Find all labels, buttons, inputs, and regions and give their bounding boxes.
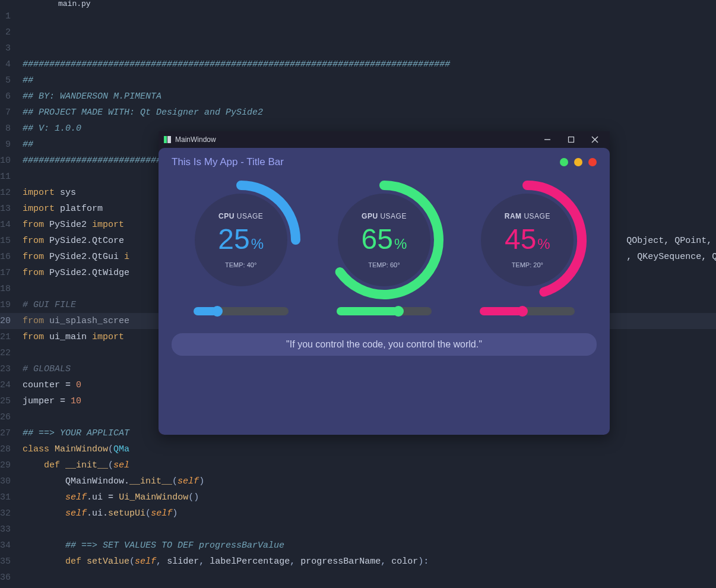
line-number: 31 (0, 489, 11, 505)
gauge-value: 45% (505, 223, 550, 255)
line-number: 16 (0, 249, 11, 265)
code-line[interactable]: ## (23, 72, 716, 88)
line-number: 7 (0, 105, 11, 121)
line-number: 17 (0, 265, 11, 281)
window-titlebar[interactable]: MainWindow (159, 131, 610, 148)
gauge-temp: TEMP: 20° (512, 261, 543, 268)
gauge-value: 25% (218, 223, 264, 255)
line-number: 3 (0, 40, 11, 56)
gauge-temp: TEMP: 40° (225, 261, 256, 268)
line-number: 27 (0, 425, 11, 441)
code-line[interactable]: def __init__(sel (23, 457, 716, 473)
app-icon (163, 135, 172, 144)
line-number: 11 (0, 169, 11, 185)
editor-tabbar: main.py (0, 0, 716, 8)
slider-ram[interactable] (480, 307, 575, 315)
code-line[interactable] (23, 521, 716, 538)
gauge-ring: CPU USAGE 25% TEMP: 40° (179, 178, 303, 302)
svg-rect-0 (164, 136, 167, 143)
line-number: 6 (0, 88, 11, 105)
app-title-bar: This Is My App - Title Bar (172, 156, 284, 168)
svg-rect-1 (167, 136, 171, 143)
gauges-row: CPU USAGE 25% TEMP: 40° GPU USAGE 65% TE… (159, 172, 610, 302)
line-number-gutter: 1234567891011121314151617181920212223242… (0, 8, 23, 588)
line-number: 32 (0, 505, 11, 521)
gauge-label: CPU USAGE (218, 212, 263, 220)
gauge-cpu: CPU USAGE 25% TEMP: 40° (173, 178, 309, 302)
slider-cpu[interactable] (194, 307, 289, 315)
line-number: 30 (0, 473, 11, 489)
app-body: This Is My App - Title Bar CPU USAGE 25%… (159, 148, 610, 435)
gauge-label: RAM USAGE (505, 212, 550, 220)
line-number: 2 (0, 24, 11, 40)
gauge-temp: TEMP: 60° (368, 261, 400, 268)
gauge-value: 65% (362, 223, 407, 255)
line-number: 24 (0, 377, 11, 393)
gauge-gpu: GPU USAGE 65% TEMP: 60° (316, 178, 452, 302)
code-line[interactable]: class MainWindow(QMa (23, 441, 716, 457)
line-number: 33 (0, 521, 11, 538)
line-number: 26 (0, 409, 11, 425)
slider-thumb[interactable] (517, 306, 528, 317)
svg-rect-3 (569, 137, 574, 143)
code-line[interactable]: ## PROJECT MADE WITH: Qt Designer and Py… (23, 105, 716, 121)
gauge-ring: GPU USAGE 65% TEMP: 60° (322, 178, 446, 302)
code-line[interactable]: ## ==> SET VALUES TO DEF progressBarValu… (23, 538, 716, 554)
close-button[interactable] (585, 131, 605, 148)
sliders-row (159, 302, 610, 315)
gauge-face: RAM USAGE 45% TEMP: 20° (481, 194, 574, 286)
line-number: 23 (0, 361, 11, 377)
line-number: 13 (0, 201, 11, 217)
window-title: MainWindow (175, 135, 216, 144)
code-line[interactable] (23, 570, 716, 586)
gauge-ram: RAM USAGE 45% TEMP: 20° (459, 178, 595, 302)
code-line[interactable]: # GET SLIDER VALUE (23, 586, 716, 588)
line-number: 15 (0, 233, 11, 249)
gauge-face: CPU USAGE 25% TEMP: 40° (195, 194, 287, 286)
traffic-green-icon[interactable] (560, 158, 568, 166)
minimize-button[interactable] (537, 131, 557, 148)
line-number: 36 (0, 570, 11, 586)
line-number: 21 (0, 329, 11, 345)
code-line[interactable]: QMainWindow.__init__(self) (23, 473, 716, 489)
line-number: 1 (0, 8, 11, 24)
line-number: 22 (0, 345, 11, 361)
code-line[interactable]: ########################################… (23, 56, 716, 72)
slider-fill (337, 307, 398, 315)
traffic-lights (560, 158, 597, 166)
line-number: 25 (0, 393, 11, 409)
line-number: 14 (0, 217, 11, 233)
gauge-label: GPU USAGE (362, 212, 407, 220)
maximize-button[interactable] (561, 131, 581, 148)
gauge-ring: RAM USAGE 45% TEMP: 20° (465, 178, 590, 302)
line-number: 19 (0, 297, 11, 313)
code-line[interactable]: ## BY: WANDERSON M.PIMENTA (23, 88, 716, 105)
file-tab[interactable]: main.py (47, 0, 102, 8)
code-line[interactable]: self.ui = Ui_MainWindow() (23, 489, 716, 505)
app-window: MainWindow This Is My App - Title Bar CP… (159, 131, 610, 435)
line-number: 5 (0, 72, 11, 88)
code-line[interactable]: def setValue(self, slider, labelPercenta… (23, 554, 716, 570)
code-line[interactable]: self.ui.setupUi(self) (23, 505, 716, 521)
line-number: 8 (0, 121, 11, 137)
line-number: 35 (0, 554, 11, 570)
line-number: 34 (0, 538, 11, 554)
slider-thumb[interactable] (393, 306, 404, 317)
line-number: 9 (0, 137, 11, 153)
line-number: 29 (0, 457, 11, 473)
line-number: 28 (0, 441, 11, 457)
traffic-yellow-icon[interactable] (574, 158, 582, 166)
gauge-face: GPU USAGE 65% TEMP: 60° (338, 194, 430, 286)
line-number: 12 (0, 185, 11, 201)
traffic-red-icon[interactable] (588, 158, 597, 166)
slider-thumb[interactable] (212, 306, 223, 317)
line-number: 4 (0, 56, 11, 72)
line-number: 18 (0, 281, 11, 297)
slider-fill (480, 307, 522, 315)
quote-banner: "If you control the code, you control th… (172, 333, 597, 356)
slider-gpu[interactable] (337, 307, 432, 315)
line-number: 10 (0, 153, 11, 169)
